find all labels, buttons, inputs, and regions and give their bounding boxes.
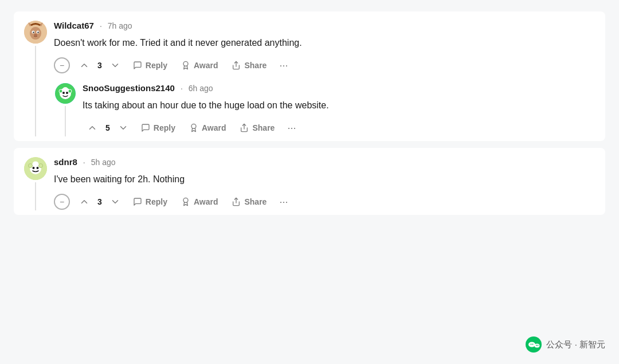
svg-point-15 — [59, 89, 62, 93]
action-bar-sdnr8: − 3 Reply Award — [54, 193, 596, 210]
avatar-snoosuggestions — [55, 83, 76, 104]
upvote-button-snoo[interactable] — [83, 119, 102, 136]
comment-thread-wildcat67: Wildcat67 · 7h ago Doesn't work for me. … — [14, 11, 605, 141]
svg-point-1 — [30, 27, 41, 40]
minus-icon: − — [60, 61, 64, 70]
time-ago-snoo: 6h ago — [189, 84, 213, 93]
svg-point-14 — [66, 92, 68, 94]
svg-point-33 — [532, 344, 534, 345]
share-label-sdnr8: Share — [244, 197, 267, 206]
avatar-sdnr8 — [24, 157, 47, 180]
comment-text-snoo: Its taking about an hour due to the huge… — [83, 99, 596, 112]
comment-thread-sdnr8: sdnr8 · 5h ago I've been waiting for 2h.… — [14, 148, 605, 215]
vote-count-wildcat67: 3 — [96, 61, 103, 70]
svg-point-32 — [531, 344, 532, 345]
svg-point-31 — [535, 344, 540, 348]
comment-header-sdnr8: sdnr8 · 5h ago — [54, 157, 596, 167]
username-snoo: SnooSuggestions2140 — [83, 83, 175, 93]
watermark: 公众号 · 新智元 — [526, 336, 605, 353]
comment-text-sdnr8: I've been waiting for 2h. Nothing — [54, 173, 596, 186]
more-button-wildcat67[interactable]: ··· — [275, 57, 292, 74]
reply-label-snoo: Reply — [154, 123, 175, 132]
username-sdnr8: sdnr8 — [54, 157, 77, 167]
svg-point-13 — [62, 92, 65, 94]
time-ago-sdnr8: 5h ago — [91, 158, 116, 167]
reply-label-sdnr8: Reply — [146, 197, 167, 206]
reply-button-sdnr8[interactable]: Reply — [127, 194, 173, 210]
svg-point-4 — [33, 32, 34, 33]
comment-header-wildcat67: Wildcat67 · 7h ago — [54, 21, 596, 30]
share-label-snoo: Share — [252, 123, 275, 132]
svg-point-30 — [528, 342, 535, 347]
more-button-sdnr8[interactable]: ··· — [275, 194, 292, 210]
svg-point-17 — [63, 87, 68, 91]
svg-point-25 — [39, 164, 43, 168]
downvote-button-sdnr8[interactable] — [105, 193, 125, 210]
award-label-snoo: Award — [202, 123, 226, 132]
svg-point-23 — [37, 167, 39, 169]
wechat-icon — [526, 336, 542, 353]
svg-point-34 — [536, 345, 538, 346]
svg-point-24 — [29, 164, 33, 168]
award-button-sdnr8[interactable]: Award — [175, 194, 224, 210]
downvote-button-snoo[interactable] — [113, 119, 133, 136]
svg-point-5 — [37, 32, 38, 33]
username-wildcat67: Wildcat67 — [54, 21, 94, 30]
award-button-snoo[interactable]: Award — [183, 120, 232, 136]
reply-header-snoo: SnooSuggestions2140 · 6h ago — [83, 83, 596, 93]
avatar-wildcat67 — [24, 21, 47, 44]
watermark-text: 公众号 · 新智元 — [546, 339, 605, 350]
award-label-wildcat67: Award — [194, 61, 218, 70]
page: Wildcat67 · 7h ago Doesn't work for me. … — [0, 0, 619, 364]
reply-label-wildcat67: Reply — [146, 61, 167, 70]
reply-button-wildcat67[interactable]: Reply — [127, 57, 173, 73]
minus-icon-sdnr8: − — [60, 197, 64, 206]
award-label-sdnr8: Award — [194, 197, 218, 206]
more-button-snoo[interactable]: ··· — [283, 120, 300, 136]
collapse-button-wildcat67[interactable]: − — [54, 57, 70, 73]
upvote-button-wildcat67[interactable] — [75, 57, 94, 74]
share-button-sdnr8[interactable]: Share — [226, 194, 272, 210]
svg-point-35 — [538, 345, 539, 346]
comment-text-wildcat67: Doesn't work for me. Tried it and it nev… — [54, 36, 596, 50]
collapse-button-sdnr8[interactable]: − — [54, 194, 70, 210]
action-bar-wildcat67: − 3 Reply Award — [54, 57, 596, 74]
award-button-wildcat67[interactable]: Award — [175, 57, 224, 73]
downvote-button-wildcat67[interactable] — [105, 57, 125, 74]
action-bar-snoo: 5 Reply Award — [83, 119, 596, 136]
vote-count-snoo: 5 — [104, 123, 111, 132]
share-button-wildcat67[interactable]: Share — [226, 57, 272, 73]
upvote-button-sdnr8[interactable] — [75, 193, 94, 210]
reply-button-snoo[interactable]: Reply — [135, 120, 181, 136]
svg-point-16 — [68, 89, 72, 93]
nested-reply-snoo: SnooSuggestions2140 · 6h ago Its taking … — [54, 83, 596, 136]
share-button-snoo[interactable]: Share — [234, 120, 280, 136]
vote-count-sdnr8: 3 — [96, 197, 103, 206]
svg-point-6 — [34, 34, 37, 36]
time-ago-wildcat67: 7h ago — [108, 21, 132, 30]
share-label-wildcat67: Share — [244, 61, 267, 70]
time-wildcat67: · — [100, 21, 102, 30]
svg-point-26 — [33, 162, 38, 166]
svg-point-22 — [33, 167, 35, 169]
